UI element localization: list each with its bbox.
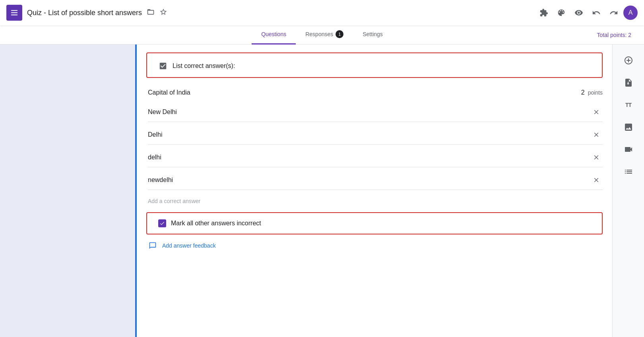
add-question-tool[interactable] xyxy=(619,51,638,70)
feedback-icon xyxy=(148,241,157,250)
answers-list: New Delhi Delhi delhi xyxy=(137,99,612,190)
main-layout: List correct answer(s): Capital of India… xyxy=(0,45,644,337)
extensions-icon[interactable] xyxy=(536,5,552,21)
page-title: Quiz - List of possible short answers xyxy=(27,9,142,17)
import-questions-tool[interactable] xyxy=(619,73,638,92)
add-answer-row xyxy=(137,193,612,209)
star-icon[interactable] xyxy=(159,8,167,18)
points-row: 2 points xyxy=(581,89,603,96)
tab-questions[interactable]: Questions xyxy=(252,25,296,45)
topbar: Quiz - List of possible short answers xyxy=(0,0,644,25)
tab-responses[interactable]: Responses 1 xyxy=(296,25,353,45)
topbar-left: Quiz - List of possible short answers xyxy=(6,5,536,21)
tabs-bar: Questions Responses 1 Settings Total poi… xyxy=(0,25,644,45)
palette-icon[interactable] xyxy=(553,5,569,21)
user-avatar[interactable]: A xyxy=(623,6,638,20)
responses-badge: 1 xyxy=(336,30,343,38)
answer-text-2: delhi xyxy=(148,154,590,161)
svg-rect-0 xyxy=(11,10,18,11)
topbar-right: A xyxy=(536,5,638,21)
mark-incorrect-checkbox[interactable] xyxy=(158,219,166,227)
question-section: Capital of India 2 points xyxy=(137,81,612,99)
add-section-tool[interactable] xyxy=(619,162,638,181)
redo-icon[interactable] xyxy=(606,5,622,21)
answer-item-0: New Delhi xyxy=(148,103,603,122)
add-title-tool[interactable]: TT xyxy=(619,95,638,114)
remove-answer-2-button[interactable] xyxy=(590,151,603,164)
folder-icon[interactable] xyxy=(147,8,155,18)
add-feedback-button[interactable]: Add answer feedback xyxy=(162,242,216,249)
add-video-tool[interactable] xyxy=(619,140,638,159)
answer-text-0: New Delhi xyxy=(148,108,590,116)
svg-rect-2 xyxy=(11,15,18,15)
answer-item-2: delhi xyxy=(148,148,603,167)
undo-icon[interactable] xyxy=(588,5,604,21)
remove-answer-0-button[interactable] xyxy=(590,106,603,118)
preview-icon[interactable] xyxy=(571,5,587,21)
app-icon[interactable] xyxy=(6,5,22,21)
mark-incorrect-label: Mark all other answers incorrect xyxy=(171,220,261,227)
question-title: Capital of India xyxy=(148,89,190,96)
right-sidebar: TT xyxy=(612,45,644,337)
total-points: Total points: 2 xyxy=(597,32,631,38)
svg-rect-1 xyxy=(11,12,18,13)
list-correct-answers-icon xyxy=(158,61,168,71)
feedback-row: Add answer feedback xyxy=(137,238,612,254)
answer-text-1: Delhi xyxy=(148,131,590,138)
add-image-tool[interactable] xyxy=(619,118,638,137)
mark-incorrect-row: Mark all other answers incorrect xyxy=(146,212,603,234)
answer-text-3: newdelhi xyxy=(148,176,590,184)
question-row: Capital of India 2 points xyxy=(148,86,603,99)
remove-answer-3-button[interactable] xyxy=(590,174,603,186)
tabs-center: Questions Responses 1 Settings xyxy=(252,25,392,45)
add-answer-input[interactable] xyxy=(148,196,267,206)
answer-key-header: List correct answer(s): xyxy=(146,52,603,78)
left-panel xyxy=(0,45,135,337)
points-label: points xyxy=(588,89,603,96)
answer-item-1: Delhi xyxy=(148,125,603,145)
answer-key-label: List correct answer(s): xyxy=(173,62,235,70)
tab-settings[interactable]: Settings xyxy=(353,25,392,45)
center-content: List correct answer(s): Capital of India… xyxy=(135,45,612,337)
answer-item-3: newdelhi xyxy=(148,170,603,190)
points-value: 2 xyxy=(581,89,585,96)
remove-answer-1-button[interactable] xyxy=(590,128,603,141)
